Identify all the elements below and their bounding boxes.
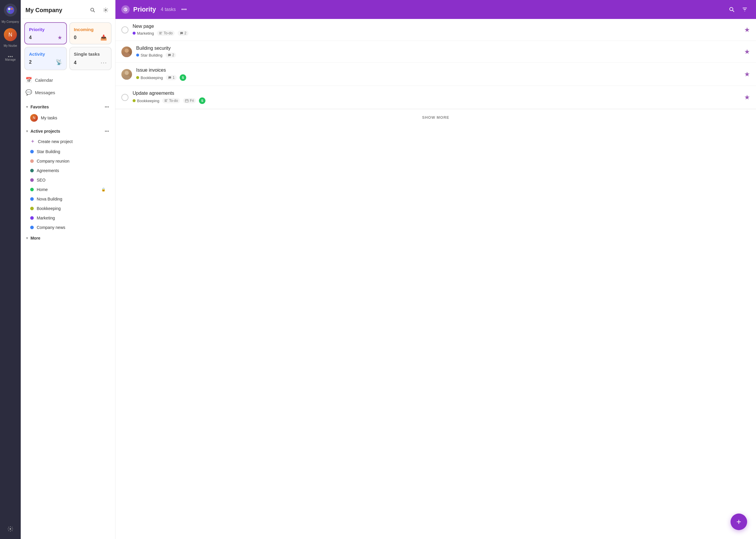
svg-rect-14 <box>159 32 162 33</box>
main-header-search-button[interactable] <box>726 4 737 15</box>
task-body-new-page: New page Marketing To-do 2 <box>133 24 740 36</box>
agreements-label: Agreements <box>37 168 106 173</box>
incoming-tile[interactable]: Incoming 0 📥 <box>69 22 112 44</box>
task-meta-update-agreements: Bookkeeping To-do Fri S <box>133 98 740 104</box>
company-reunion-label: Company reunion <box>37 159 106 164</box>
sidebar-item-bookkeeping[interactable]: Bookkeeping <box>26 204 110 213</box>
task-list: New page Marketing To-do 2 ★ <box>115 19 756 539</box>
home-dot <box>30 188 34 191</box>
task-title-building-security: Building security <box>136 45 740 51</box>
main-header-task-count: 4 tasks <box>161 7 176 12</box>
update-agreements-user-badge: S <box>199 98 205 104</box>
svg-point-17 <box>125 48 129 53</box>
single-tasks-tile[interactable]: Single tasks 4 ⋯ <box>69 47 112 70</box>
activity-tile[interactable]: Activity 2 📡 <box>24 47 67 70</box>
my-tasks-label: My tasks <box>41 116 57 120</box>
active-projects-more-button[interactable]: ••• <box>103 128 110 135</box>
sidebar-nav: 📅 Calendar 💬 Messages <box>21 71 115 101</box>
more-arrow-icon: ▼ <box>26 236 29 240</box>
nova-building-label: Nova Building <box>37 196 106 201</box>
bookkeeping-label: Bookkeeping <box>37 206 106 211</box>
settings-rail-button[interactable] <box>4 522 17 535</box>
priority-tile[interactable]: Priority 4 ★ <box>24 22 67 44</box>
my-tasks-avatar: N <box>30 114 38 122</box>
svg-point-0 <box>7 6 14 14</box>
svg-point-5 <box>91 8 94 11</box>
sidebar-header: My Company <box>21 0 115 19</box>
main-header-right <box>726 4 750 15</box>
sidebar-item-agreements[interactable]: Agreements <box>26 166 110 175</box>
main-header-filter-button[interactable] <box>739 4 750 15</box>
task-checkbox-update-agreements[interactable] <box>121 94 128 101</box>
new-page-list-label: To-do <box>164 31 172 35</box>
sidebar-search-button[interactable] <box>88 5 98 15</box>
main-header-more-button[interactable]: ••• <box>179 5 189 14</box>
icon-rail: My Company N My Nozbe Manage <box>0 0 21 539</box>
activity-tile-label: Activity <box>29 51 62 56</box>
header-toggle-button[interactable] <box>121 5 130 14</box>
active-projects-arrow-icon[interactable]: ▼ <box>26 129 29 133</box>
task-item-update-agreements[interactable]: Update agreements Bookkeeping To-do Fri <box>115 86 756 109</box>
new-page-star[interactable]: ★ <box>744 26 750 34</box>
svg-point-1 <box>8 8 10 10</box>
star-building-label: Star Building <box>37 149 106 154</box>
company-news-label: Company news <box>37 225 106 230</box>
calendar-icon: 📅 <box>26 77 32 83</box>
incoming-tile-count: 0 <box>74 35 77 40</box>
show-more-button[interactable]: SHOW MORE <box>115 109 756 125</box>
sidebar-item-home[interactable]: Home 🔒 <box>26 185 110 194</box>
favorites-more-button[interactable]: ••• <box>103 103 110 111</box>
task-item-building-security[interactable]: Building security Star Building 2 ★ <box>115 41 756 63</box>
issue-invoices-project-dot <box>136 76 139 79</box>
update-agreements-list-label: To-do <box>169 99 178 103</box>
main-header-left: Priority 4 tasks ••• <box>121 5 189 14</box>
calendar-label: Calendar <box>35 78 53 83</box>
sidebar-item-create-new-project[interactable]: ＋ Create new project <box>26 136 110 147</box>
add-task-fab[interactable]: + <box>730 513 747 530</box>
building-security-star[interactable]: ★ <box>744 48 750 56</box>
more-section[interactable]: ▼ More <box>21 233 115 243</box>
svg-rect-15 <box>159 33 161 34</box>
manage-button[interactable]: Manage <box>4 52 17 65</box>
svg-point-7 <box>105 10 106 11</box>
task-title-new-page: New page <box>133 24 740 29</box>
new-page-comments-badge: 2 <box>177 31 188 36</box>
sidebar-item-star-building[interactable]: Star Building <box>26 147 110 156</box>
incoming-tile-label: Incoming <box>74 27 107 32</box>
marketing-label: Marketing <box>37 216 106 220</box>
task-title-issue-invoices: Issue invoices <box>136 67 740 73</box>
sidebar-settings-button[interactable] <box>101 5 110 15</box>
task-item-new-page[interactable]: New page Marketing To-do 2 ★ <box>115 19 756 41</box>
company-label: My Company <box>2 20 19 23</box>
issue-invoices-star[interactable]: ★ <box>744 70 750 78</box>
sidebar-item-nova-building[interactable]: Nova Building <box>26 194 110 204</box>
seo-label: SEO <box>37 178 106 183</box>
new-page-comments-count: 2 <box>184 31 186 35</box>
sidebar-item-company-news[interactable]: Company news <box>26 223 110 232</box>
main-header: Priority 4 tasks ••• <box>115 0 756 19</box>
priority-tile-icon: ★ <box>57 35 62 41</box>
home-label: Home <box>37 187 98 192</box>
new-page-project-dot <box>133 32 136 35</box>
sidebar-item-my-tasks[interactable]: N My tasks <box>26 112 110 124</box>
svg-point-3 <box>8 11 10 12</box>
sidebar-item-calendar[interactable]: 📅 Calendar <box>21 74 115 86</box>
company-logo[interactable] <box>4 4 17 17</box>
sidebar-item-company-reunion[interactable]: Company reunion <box>26 156 110 166</box>
issue-invoices-project-label: Bookkeeping <box>141 76 163 80</box>
user-avatar[interactable]: N <box>4 28 17 41</box>
sidebar-item-marketing[interactable]: Marketing <box>26 213 110 223</box>
update-agreements-star[interactable]: ★ <box>744 94 750 101</box>
task-title-update-agreements: Update agreements <box>133 91 740 96</box>
sidebar-item-seo[interactable]: SEO <box>26 175 110 185</box>
task-body-building-security: Building security Star Building 2 <box>136 45 740 58</box>
single-tasks-tile-count: 4 <box>74 60 77 65</box>
sidebar-item-messages[interactable]: 💬 Messages <box>21 86 115 99</box>
priority-tile-label: Priority <box>29 27 62 32</box>
task-item-issue-invoices[interactable]: Issue invoices Bookkeeping 1 S ★ <box>115 63 756 86</box>
favorites-arrow-icon[interactable]: ▼ <box>26 105 29 109</box>
single-tasks-tile-icon: ⋯ <box>100 59 107 67</box>
incoming-tile-icon: 📥 <box>100 35 107 41</box>
manage-dots-icon <box>8 56 13 57</box>
task-checkbox-new-page[interactable] <box>121 26 128 34</box>
